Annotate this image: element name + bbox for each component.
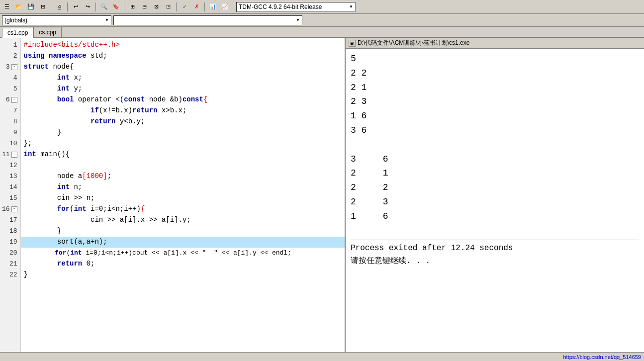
code-text: cin >> n; (24, 193, 95, 204)
output-title-bar: ▣ D:\代码文件\ACM训练\小蓝书计划\cs1.exe (346, 38, 644, 49)
code-line-2: using namespace std; (21, 51, 345, 62)
code-text (24, 94, 57, 105)
symbol-dropdown[interactable]: ▼ (113, 15, 302, 25)
ln-13: 13 (2, 171, 17, 182)
code-line-16: for(int i=0;i<n;i++){ (21, 204, 345, 215)
tab-cs[interactable]: cs.cpp (33, 27, 62, 37)
code-text (24, 116, 91, 127)
toolbar1: ☰ 📂 💾 ⊞ 🖨 ↩ ↪ 🔍 🔖 ⊞ ⊟ ⊠ ⊡ ✓ ✗ 📊 📈 TDM-GC… (0, 0, 644, 14)
tb-save[interactable]: 💾 (26, 2, 36, 12)
fold-6[interactable]: - (11, 97, 17, 103)
code-text: int (74, 204, 91, 215)
tb-grid4[interactable]: ⊡ (163, 2, 173, 12)
ln-4: 4 (2, 73, 17, 84)
code-text (24, 105, 91, 116)
code-text: cin >> a[i].x >> a[i].y; (24, 215, 191, 226)
tb-bookmark[interactable]: 🔖 (111, 2, 121, 12)
code-line-5: int y; (21, 84, 345, 94)
code-text: struct (24, 62, 53, 73)
code-text: } (24, 127, 62, 138)
ln-3: 3- (2, 62, 17, 73)
fold-3[interactable]: - (11, 64, 17, 70)
code-text: x>b.x; (162, 105, 186, 116)
ln-17: 17 (2, 215, 17, 226)
ln-1: 1 (2, 40, 17, 51)
code-line-7: if(x!=b.x)return x>b.x; (21, 105, 345, 116)
tb-grid3[interactable]: ⊠ (151, 2, 161, 12)
ln-2: 2 (2, 51, 17, 62)
code-text: int (57, 73, 74, 84)
code-line-22: } (21, 270, 345, 280)
tb-new[interactable]: ☰ (2, 2, 12, 12)
code-text: for (55, 248, 66, 258)
code-text: main(){ (40, 149, 70, 160)
compiler-dropdown[interactable]: TDM-GCC 4.9.2 64-bit Release ▼ (236, 2, 356, 12)
sep7 (233, 2, 233, 11)
output-line-6: 3 6 (351, 123, 639, 138)
tb-find[interactable]: 🔍 (99, 2, 109, 12)
tb-redo[interactable]: ↪ (83, 2, 92, 12)
output-line-1: 5 (351, 52, 639, 66)
code-line-20: for(int i=0;i<n;i++)cout << a[i].x << " … (21, 248, 345, 259)
tb-open[interactable]: 📂 (14, 2, 24, 12)
tb-grid2[interactable]: ⊟ (139, 2, 149, 12)
ln-15: 15 (2, 193, 17, 204)
code-text: #include<bits/stdc++.h> (24, 40, 120, 51)
ln-5: 5 (2, 84, 17, 94)
code-text: } (24, 270, 28, 280)
tb-chart2[interactable]: 📈 (220, 2, 230, 12)
tb-grid1[interactable]: ⊞ (127, 2, 137, 12)
press-key-text: 请按任意键继续. . . (351, 257, 430, 266)
code-text: i=0;i<n;i++) (91, 204, 141, 215)
code-text: node{ (53, 62, 74, 73)
code-text: const (183, 94, 203, 105)
main-content: 1 2 3- 4 5 6- 7 8 9 10 11- 12 13 14 15 1… (0, 38, 644, 361)
code-text: y<b.y; (120, 116, 145, 127)
fold-11[interactable]: - (11, 152, 17, 158)
tb-chart1[interactable]: 📊 (208, 2, 218, 12)
ln-18: 18 (2, 226, 17, 237)
tab-cs-label: cs.cpp (39, 29, 56, 36)
line-numbers: 1 2 3- 4 5 6- 7 8 9 10 11- 12 13 14 15 1… (0, 38, 21, 361)
compiler-arrow: ▼ (349, 4, 353, 9)
process-text: Process exited after 12.24 seconds (351, 244, 513, 253)
tb-undo[interactable]: ↩ (71, 2, 81, 12)
output-line-11: 2 3 (351, 195, 639, 209)
code-line-14: int n; (21, 182, 345, 193)
ln-22: 22 (2, 270, 17, 280)
code-text: n; (74, 182, 82, 193)
code-text (24, 248, 55, 258)
sep6 (204, 2, 205, 11)
tb-print[interactable]: 🖨 (54, 2, 64, 12)
code-area[interactable]: 1 2 3- 4 5 6- 7 8 9 10 11- 12 13 14 15 1… (0, 38, 345, 361)
code-text: using namespace (24, 51, 91, 62)
tab-cs1-label: cs1.cpp (7, 29, 28, 36)
tb-cross[interactable]: ✗ (191, 2, 201, 12)
ln-19: 19 (2, 237, 17, 248)
output-title: D:\代码文件\ACM训练\小蓝书计划\cs1.exe (358, 39, 469, 47)
code-text (24, 84, 57, 94)
output-content: 5 2 2 2 1 2 3 1 6 3 6 3 6 2 1 2 2 2 3 1 … (346, 49, 644, 361)
ln-6: 6- (2, 94, 17, 105)
ln-16: 16- (2, 204, 17, 215)
tb-check[interactable]: ✓ (180, 2, 189, 12)
output-line-9: 2 1 (351, 166, 639, 180)
output-icon: ▣ (349, 40, 356, 47)
tb-save2[interactable]: ⊞ (38, 2, 48, 12)
scope-dropdown[interactable]: (globals) ▼ (2, 15, 111, 25)
output-divider (351, 240, 639, 240)
code-text (24, 182, 57, 193)
ln-8: 8 (2, 116, 17, 127)
tab-cs1[interactable]: cs1.cpp (2, 28, 33, 38)
ln-7: 7 (2, 105, 17, 116)
code-text: [1000] (82, 171, 107, 182)
code-lines[interactable]: #include<bits/stdc++.h> using namespace … (21, 38, 345, 361)
scope-arrow: ▼ (105, 18, 109, 22)
output-line-12: 1 6 (351, 209, 639, 224)
code-text: for (57, 204, 70, 215)
fold-16[interactable]: - (11, 206, 17, 212)
output-panel: ▣ D:\代码文件\ACM训练\小蓝书计划\cs1.exe 5 2 2 2 1 … (346, 38, 644, 361)
code-line-11: int main(){ (21, 149, 345, 160)
code-text: node &b) (149, 94, 183, 105)
process-exit-text: Process exited after 12.24 seconds 请按任意键… (351, 242, 639, 268)
